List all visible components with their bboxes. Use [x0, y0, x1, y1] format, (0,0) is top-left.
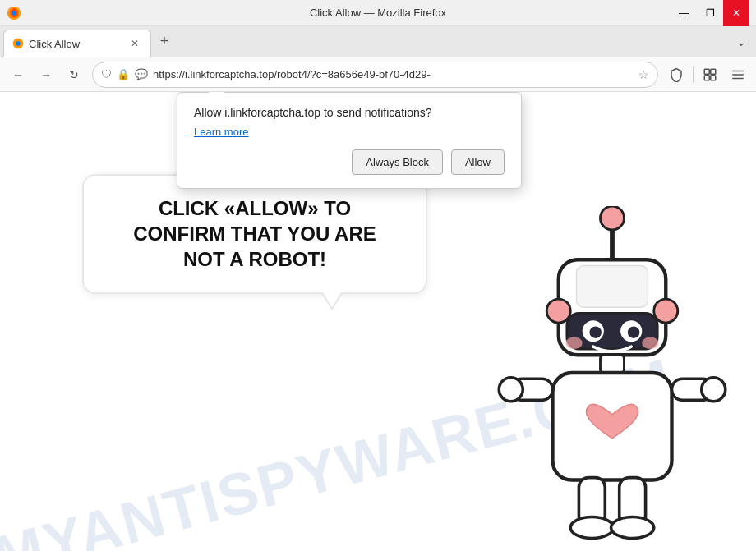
- svg-point-4: [16, 41, 21, 46]
- reload-button[interactable]: ↻: [61, 62, 87, 88]
- tabbar: Click Allow ✕ + ⌄: [0, 26, 756, 57]
- svg-rect-6: [711, 69, 716, 74]
- bubble-message: CLICK «ALLOW» TO CONFIRM THAT YOU ARE NO…: [110, 195, 399, 273]
- new-tab-button[interactable]: +: [153, 30, 176, 53]
- svg-point-34: [611, 517, 654, 538]
- tab-close-button[interactable]: ✕: [127, 36, 142, 51]
- svg-point-20: [628, 326, 640, 338]
- robot-svg: [493, 206, 731, 551]
- close-button[interactable]: ✕: [723, 0, 749, 26]
- hamburger-icon: [731, 67, 745, 82]
- extensions-icon: [703, 67, 717, 82]
- lock-icon: 🔒: [117, 68, 130, 80]
- svg-point-29: [499, 378, 523, 402]
- back-button[interactable]: ←: [5, 62, 31, 88]
- url-display[interactable]: https://i.linkforcaptcha.top/robot4/?c=8…: [153, 68, 634, 80]
- vpn-icon: [669, 67, 684, 82]
- notification-question: Allow i.linkforcaptcha.top to send notif…: [194, 106, 505, 119]
- svg-point-13: [601, 206, 625, 230]
- maximize-button[interactable]: ❐: [697, 0, 723, 26]
- tracking-protection-icon: 🛡: [101, 68, 112, 80]
- svg-point-30: [702, 378, 726, 402]
- svg-rect-5: [704, 69, 709, 74]
- notification-buttons: Always Block Allow: [194, 149, 505, 175]
- svg-point-2: [12, 11, 16, 15]
- svg-rect-25: [601, 355, 625, 373]
- minimize-button[interactable]: —: [671, 0, 697, 26]
- menu-button[interactable]: [725, 62, 751, 88]
- extensions-button[interactable]: [697, 62, 723, 88]
- notification-popup: Allow i.linkforcaptcha.top to send notif…: [177, 92, 522, 189]
- tab-list-button[interactable]: ⌄: [730, 30, 753, 53]
- learn-more-link[interactable]: Learn more: [194, 126, 505, 138]
- titlebar-left: [7, 6, 21, 21]
- svg-rect-15: [577, 266, 648, 308]
- active-tab[interactable]: Click Allow ✕: [3, 30, 151, 57]
- firefox-icon: [7, 6, 21, 21]
- titlebar-title: Click Allow — Mozilla Firefox: [310, 7, 446, 19]
- svg-point-33: [570, 517, 613, 538]
- forward-button[interactable]: →: [33, 62, 59, 88]
- always-block-button[interactable]: Always Block: [352, 149, 443, 175]
- bookmark-star-icon[interactable]: ☆: [638, 68, 649, 81]
- reader-mode-icon: 💬: [135, 68, 148, 80]
- svg-rect-8: [711, 75, 716, 80]
- titlebar: Click Allow — Mozilla Firefox — ❐ ✕: [0, 0, 756, 26]
- tab-label: Click Allow: [29, 38, 122, 50]
- robot-illustration: [493, 206, 731, 551]
- speech-bubble: CLICK «ALLOW» TO CONFIRM THAT YOU ARE NO…: [82, 174, 427, 294]
- content-area: MYANTISPYWARE.COM CLICK «ALLOW» TO CONFI…: [0, 92, 756, 551]
- allow-button[interactable]: Allow: [451, 149, 505, 175]
- tab-favicon: [12, 38, 24, 49]
- toolbar-separator: [693, 67, 694, 83]
- titlebar-controls: — ❐ ✕: [671, 0, 749, 26]
- vpn-button[interactable]: [663, 62, 689, 88]
- svg-rect-7: [704, 75, 709, 80]
- svg-point-22: [642, 337, 658, 350]
- navbar: ← → ↻ 🛡 🔒 💬 https://i.linkforcaptcha.top…: [0, 57, 756, 92]
- svg-point-24: [654, 299, 678, 323]
- svg-point-19: [589, 326, 602, 338]
- urlbar[interactable]: 🛡 🔒 💬 https://i.linkforcaptcha.top/robot…: [92, 62, 658, 88]
- svg-point-23: [546, 299, 570, 323]
- svg-point-21: [565, 337, 582, 350]
